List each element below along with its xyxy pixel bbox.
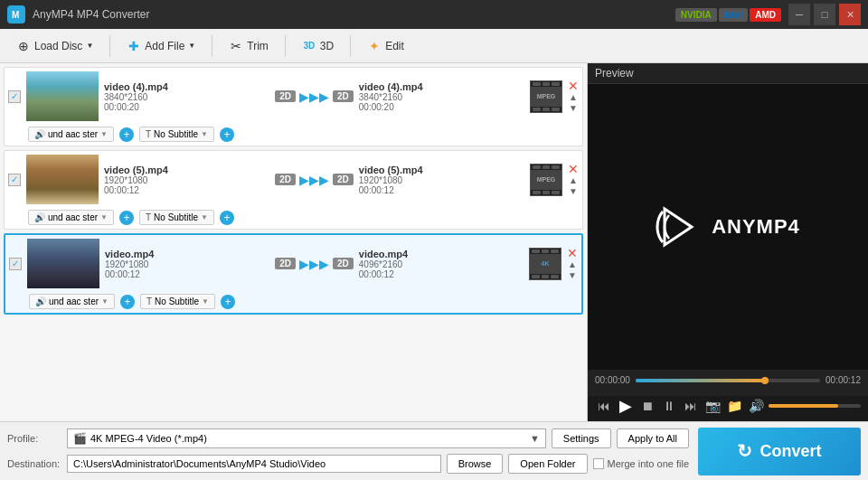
add-subtitle-3[interactable]: +	[221, 295, 235, 309]
gpu-amd-badge: AMD	[750, 8, 781, 22]
output-info-2: video (5).mp4 1920*1080 00:00:12	[359, 165, 524, 195]
file-list[interactable]: video (4).mp4 3840*2160 00:00:20 2D ▶▶▶ …	[0, 63, 588, 421]
restore-button[interactable]: □	[814, 4, 835, 25]
subtitle-label-2: No Subtitle	[154, 212, 198, 222]
move-up-2[interactable]: ▲	[569, 175, 578, 186]
settings-button[interactable]: Settings	[552, 428, 611, 448]
file-thumb-3	[27, 239, 99, 288]
profile-value: 4K MPEG-4 Video (*.mp4)	[90, 433, 207, 444]
output-duration-3: 00:00:12	[359, 269, 524, 279]
merge-label[interactable]: Merge into one file	[593, 458, 690, 469]
audio-select-1[interactable]: 🔊 und aac ster ▼	[28, 127, 114, 142]
audio-icon-2: 🔊	[34, 212, 45, 222]
volume-icon[interactable]: 🔊	[747, 399, 765, 413]
film-icon-2: MPEG	[530, 164, 562, 196]
subtitle-icon-1: T	[146, 129, 151, 139]
time-end: 00:00:12	[826, 375, 861, 385]
minimize-button[interactable]: ─	[788, 4, 810, 25]
file-meta-2: 1920*1080	[104, 175, 269, 185]
edit-button[interactable]: ✦ Edit	[358, 35, 413, 57]
logo-svg	[656, 204, 701, 249]
move-down-2[interactable]: ▼	[569, 186, 578, 197]
preview-controls: ⏮ ▶ ⏹ ⏸ ⏭ 📷 📁 🔊	[588, 396, 868, 421]
output-info-1: video (4).mp4 3840*2160 00:00:20	[359, 81, 524, 112]
bottom-left: Profile: 🎬 4K MPEG-4 Video (*.mp4) ▼ Set…	[7, 428, 689, 474]
window-controls: ─ □ ✕	[788, 4, 861, 25]
arrow-area-3: 2D ▶▶▶ 2D	[275, 257, 354, 271]
audio-label-3: und aac ster	[49, 296, 99, 306]
move-up-1[interactable]: ▲	[569, 92, 578, 103]
3d-button[interactable]: 3D 3D	[293, 35, 343, 57]
convert-icon: ↻	[737, 440, 752, 462]
badge-2d-in-2: 2D	[275, 174, 296, 185]
destination-input[interactable]	[67, 455, 441, 473]
skip-to-start-button[interactable]: ⏮	[595, 399, 613, 413]
profile-select[interactable]: 🎬 4K MPEG-4 Video (*.mp4) ▼	[67, 428, 546, 448]
audio-label-2: und aac ster	[48, 212, 98, 222]
add-subtitle-2[interactable]: +	[220, 211, 234, 225]
titlebar: M AnyMP4 MP4 Converter NVIDIA Intel AMD …	[0, 0, 868, 29]
audio-icon-3: 🔊	[35, 296, 46, 306]
remove-file-1[interactable]: ✕	[568, 80, 579, 92]
file-name-1: video (4).mp4	[104, 81, 269, 92]
browse-button[interactable]: Browse	[447, 454, 504, 474]
profile-label: Profile:	[7, 433, 61, 444]
file-item-2: video (5).mp4 1920*1080 00:00:12 2D ▶▶▶ …	[4, 150, 583, 230]
preview-label: Preview	[595, 67, 634, 80]
skip-to-end-button[interactable]: ⏭	[682, 399, 700, 413]
add-audio-1[interactable]: +	[119, 127, 134, 142]
add-audio-2[interactable]: +	[119, 211, 134, 225]
close-button[interactable]: ✕	[839, 4, 861, 25]
profile-row: Profile: 🎬 4K MPEG-4 Video (*.mp4) ▼ Set…	[7, 428, 689, 448]
remove-file-3[interactable]: ✕	[567, 247, 578, 259]
badge-2d-in-1: 2D	[275, 90, 296, 102]
play-button[interactable]: ▶	[617, 396, 635, 416]
badge-2d-out-1: 2D	[333, 90, 354, 102]
move-up-3[interactable]: ▲	[568, 259, 577, 270]
audio-select-3[interactable]: 🔊 und aac ster ▼	[29, 294, 115, 309]
gpu-nvidia-badge: NVIDIA	[675, 8, 717, 22]
stop-button[interactable]: ⏹	[638, 399, 656, 413]
move-down-3[interactable]: ▼	[568, 270, 577, 281]
convert-button[interactable]: ↻ Convert	[698, 428, 861, 475]
profile-icon: 🎬	[73, 432, 87, 445]
subtitle-select-1[interactable]: T No Subtitle ▼	[139, 127, 214, 142]
screenshot-button[interactable]: 📷	[703, 399, 722, 413]
audio-select-2[interactable]: 🔊 und aac ster ▼	[28, 210, 114, 225]
toolbar-sep-2	[212, 35, 212, 57]
file-checkbox-1[interactable]	[8, 90, 21, 103]
audio-icon-1: 🔊	[34, 129, 45, 139]
merge-checkbox[interactable]	[593, 458, 604, 469]
add-audio-3[interactable]: +	[120, 295, 135, 309]
subtitle-select-2[interactable]: T No Subtitle ▼	[139, 210, 214, 225]
subtitle-select-3[interactable]: T No Subtitle ▼	[140, 294, 215, 309]
file-duration-1: 00:00:20	[104, 102, 269, 112]
merge-label-text: Merge into one file	[608, 458, 690, 469]
add-file-label: Add File	[145, 40, 184, 52]
app-title: AnyMP4 MP4 Converter	[33, 8, 675, 21]
add-subtitle-1[interactable]: +	[220, 127, 234, 142]
move-down-1[interactable]: ▼	[569, 103, 578, 114]
file-checkbox-2[interactable]	[8, 174, 21, 186]
pause-button[interactable]: ⏸	[660, 399, 678, 413]
load-disc-button[interactable]: ⊕ Load Disc ▼	[7, 35, 102, 57]
arrows-1: ▶▶▶	[299, 89, 329, 104]
progress-track[interactable]	[636, 379, 820, 382]
trim-button[interactable]: ✂ Trim	[220, 35, 278, 57]
apply-to-all-button[interactable]: Apply to All	[617, 428, 689, 448]
open-folder-button[interactable]: Open Folder	[508, 454, 587, 474]
file-checkbox-3[interactable]	[9, 258, 22, 270]
anymp4-logo-text: ANYMP4	[712, 215, 800, 239]
toolbar: ⊕ Load Disc ▼ ✚ Add File ▼ ✂ Trim 3D 3D …	[0, 29, 868, 63]
load-disc-label: Load Disc	[34, 40, 82, 52]
volume-track[interactable]	[769, 404, 861, 408]
disc-icon: ⊕	[16, 39, 31, 53]
trim-icon: ✂	[229, 39, 243, 53]
main-area: video (4).mp4 3840*2160 00:00:20 2D ▶▶▶ …	[0, 63, 868, 421]
folder-button[interactable]: 📁	[725, 399, 743, 413]
file-info-1: video (4).mp4 3840*2160 00:00:20	[104, 81, 269, 112]
subtitle-arrow-3: ▼	[202, 297, 209, 306]
add-file-button[interactable]: ✚ Add File ▼	[118, 35, 204, 57]
file-controls-3: ✕ ▲ ▼	[567, 247, 578, 281]
remove-file-2[interactable]: ✕	[568, 163, 579, 175]
